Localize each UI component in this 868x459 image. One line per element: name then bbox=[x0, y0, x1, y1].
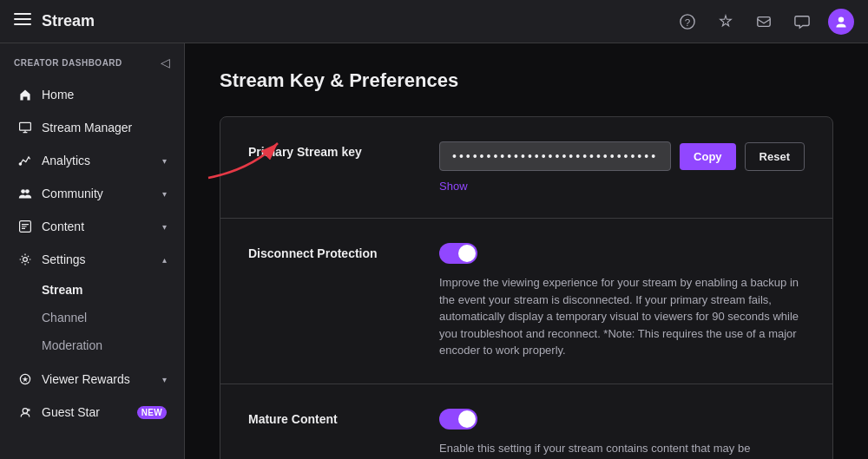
svg-point-7 bbox=[25, 189, 30, 193]
mature-content-label: Mature Content bbox=[248, 409, 439, 426]
viewer-rewards-chevron: ▾ bbox=[162, 375, 167, 384]
page-title: Stream Key & Preferences bbox=[220, 69, 833, 92]
disconnect-protection-section: Disconnect Protection Improve the viewin… bbox=[220, 219, 832, 384]
svg-rect-4 bbox=[20, 122, 31, 130]
show-link[interactable]: Show bbox=[439, 180, 468, 193]
community-chevron: ▾ bbox=[162, 189, 167, 199]
community-icon bbox=[17, 186, 33, 201]
analytics-chevron: ▾ bbox=[162, 156, 167, 166]
stream-key-content: Copy Reset Show bbox=[439, 141, 805, 193]
sidebar-item-label-community: Community bbox=[42, 187, 154, 200]
copy-button[interactable]: Copy bbox=[680, 143, 736, 170]
magic-icon[interactable] bbox=[713, 10, 738, 34]
sidebar-item-analytics[interactable]: Analytics ▾ bbox=[3, 144, 181, 177]
svg-rect-2 bbox=[758, 16, 770, 26]
content-icon bbox=[17, 219, 33, 234]
sidebar-item-guest-star[interactable]: Guest Star NEW bbox=[3, 396, 181, 429]
stream-key-input[interactable] bbox=[439, 141, 671, 171]
sidebar-item-label-guest-star: Guest Star bbox=[42, 405, 128, 419]
sidebar-subitem-label-channel: Channel bbox=[42, 311, 87, 325]
home-icon bbox=[17, 87, 33, 102]
toggle-knob bbox=[458, 245, 476, 262]
sidebar-item-label-settings: Settings bbox=[42, 252, 154, 266]
sidebar-subitem-moderation[interactable]: Moderation bbox=[3, 331, 181, 359]
svg-text:?: ? bbox=[685, 16, 691, 27]
sidebar-item-label-content: Content bbox=[42, 220, 154, 233]
sidebar-item-label-viewer-rewards: Viewer Rewards bbox=[42, 372, 154, 386]
disconnect-protection-toggle[interactable] bbox=[439, 243, 477, 264]
guest-star-icon bbox=[17, 404, 33, 420]
new-badge: NEW bbox=[137, 406, 167, 419]
toggle-knob-mature bbox=[458, 410, 476, 428]
viewer-rewards-icon bbox=[17, 371, 33, 387]
mature-content-section: Mature Content Enable this setting if yo… bbox=[220, 384, 832, 460]
svg-point-9 bbox=[23, 258, 28, 262]
svg-point-6 bbox=[21, 189, 25, 193]
sidebar-item-content[interactable]: Content ▾ bbox=[3, 210, 181, 243]
topbar-left: Stream bbox=[14, 12, 675, 30]
sidebar: Creator Dashboard ◁ Home Stream Manager … bbox=[0, 43, 185, 459]
avatar-icon[interactable] bbox=[828, 9, 854, 35]
stream-key-label: Primary Stream key bbox=[248, 141, 439, 159]
mature-toggle-row bbox=[439, 409, 805, 429]
topbar-icons: ? bbox=[675, 9, 854, 35]
sidebar-item-label-analytics: Analytics bbox=[42, 154, 154, 167]
content-chevron: ▾ bbox=[162, 222, 167, 232]
stream-key-row: Copy Reset bbox=[439, 141, 805, 171]
topbar-title: Stream bbox=[42, 12, 95, 30]
mature-description-start: Enable this setting if your stream conta… bbox=[439, 442, 789, 460]
main-content: Stream Key & Preferences Primary Stream … bbox=[185, 43, 868, 459]
sidebar-subitem-stream[interactable]: Stream bbox=[3, 276, 181, 304]
sidebar-item-stream-manager[interactable]: Stream Manager bbox=[3, 111, 181, 144]
reset-button[interactable]: Reset bbox=[745, 142, 805, 171]
analytics-icon bbox=[17, 153, 33, 168]
sidebar-item-home[interactable]: Home bbox=[3, 78, 181, 111]
settings-card: Primary Stream key Copy Reset Show Disco… bbox=[220, 116, 833, 459]
help-icon[interactable]: ? bbox=[675, 10, 700, 34]
disconnect-protection-description: Improve the viewing experience for your … bbox=[439, 274, 805, 359]
disconnect-toggle-row bbox=[439, 243, 805, 264]
svg-point-11 bbox=[23, 409, 28, 414]
sidebar-subitem-channel[interactable]: Channel bbox=[3, 304, 181, 331]
sidebar-item-label-home: Home bbox=[42, 88, 167, 102]
svg-point-3 bbox=[838, 16, 844, 22]
sidebar-item-viewer-rewards[interactable]: Viewer Rewards ▾ bbox=[3, 363, 181, 396]
settings-icon bbox=[17, 252, 33, 267]
mail-icon[interactable] bbox=[752, 10, 776, 34]
menu-button[interactable] bbox=[14, 13, 31, 30]
chat-icon[interactable] bbox=[790, 10, 814, 34]
sidebar-header-label: Creator Dashboard bbox=[14, 58, 122, 68]
sidebar-header: Creator Dashboard ◁ bbox=[0, 43, 184, 78]
stream-manager-icon bbox=[17, 120, 33, 135]
main-layout: Creator Dashboard ◁ Home Stream Manager … bbox=[0, 43, 868, 459]
svg-point-5 bbox=[19, 163, 21, 165]
sidebar-subitem-label-moderation: Moderation bbox=[42, 338, 102, 352]
stream-key-section: Primary Stream key Copy Reset Show bbox=[220, 117, 832, 219]
mature-content-toggle[interactable] bbox=[439, 409, 477, 429]
sidebar-collapse-icon[interactable]: ◁ bbox=[161, 56, 170, 69]
sidebar-item-settings[interactable]: Settings ▴ bbox=[3, 243, 181, 276]
disconnect-protection-content: Improve the viewing experience for your … bbox=[439, 243, 805, 359]
topbar: Stream ? bbox=[0, 0, 868, 43]
disconnect-protection-label: Disconnect Protection bbox=[248, 243, 439, 260]
sidebar-subitem-label-stream: Stream bbox=[42, 283, 82, 297]
settings-chevron: ▴ bbox=[162, 255, 167, 265]
sidebar-item-label-stream-manager: Stream Manager bbox=[42, 121, 167, 134]
mature-content-description: Enable this setting if your stream conta… bbox=[439, 440, 805, 460]
mature-content-content: Enable this setting if your stream conta… bbox=[439, 409, 805, 460]
sidebar-item-community[interactable]: Community ▾ bbox=[3, 177, 181, 210]
